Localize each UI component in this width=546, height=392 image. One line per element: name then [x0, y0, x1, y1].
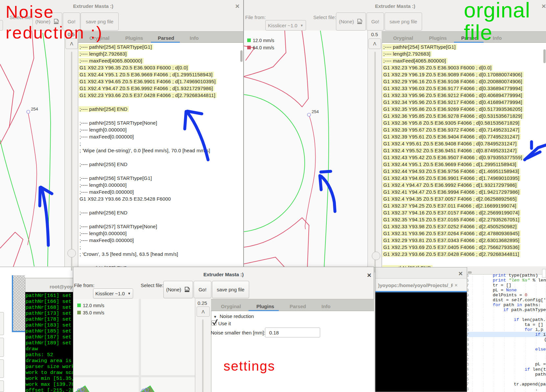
- svg-text:254: 254: [31, 107, 38, 111]
- svg-text:254: 254: [312, 109, 319, 114]
